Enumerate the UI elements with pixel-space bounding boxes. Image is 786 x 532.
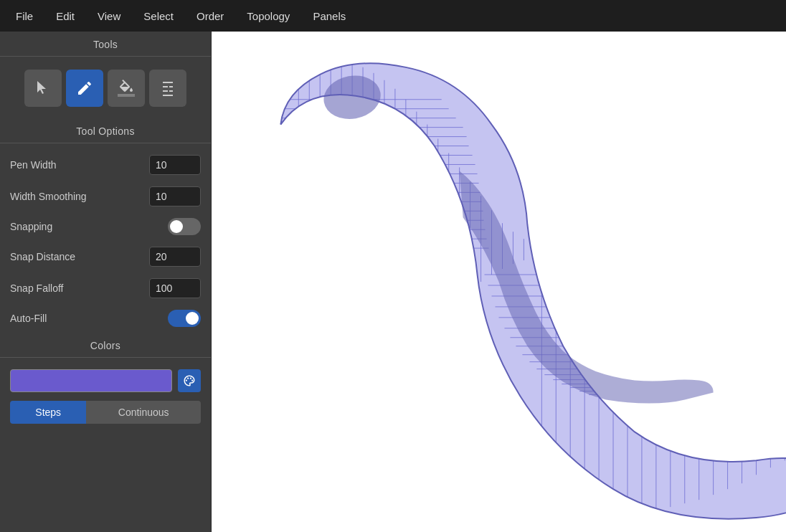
canvas-svg [212, 32, 786, 532]
steps-button[interactable]: Steps [10, 401, 86, 424]
auto-fill-toggle[interactable] [168, 310, 201, 327]
svg-point-1 [187, 378, 189, 379]
menu-order[interactable]: Order [186, 6, 234, 27]
menu-select[interactable]: Select [133, 6, 184, 27]
snapping-knob [170, 220, 183, 233]
continuous-button[interactable]: Continuous [86, 401, 201, 424]
snapping-toggle[interactable] [168, 218, 201, 235]
menubar: File Edit View Select Order Topology Pan… [0, 0, 786, 32]
width-smoothing-row: Width Smoothing [7, 181, 204, 212]
trim-tool-button[interactable] [149, 70, 186, 107]
snap-distance-row: Snap Distance [7, 241, 204, 272]
canvas-area[interactable] [212, 32, 786, 532]
colors-panel: Steps Continuous [0, 364, 211, 431]
snap-distance-label: Snap Distance [10, 251, 75, 262]
trim-tool-icon [159, 80, 176, 97]
tool-options-panel: Pen Width Width Smoothing Snapping Snap … [0, 149, 211, 333]
color-bar-row [7, 364, 204, 398]
snap-falloff-label: Snap Falloff [10, 282, 63, 294]
tool-options-title: Tool Options [0, 118, 211, 143]
tools-title: Tools [0, 32, 211, 56]
menu-file[interactable]: File [6, 6, 43, 27]
pen-tool-button[interactable] [66, 70, 103, 107]
menu-edit[interactable]: Edit [46, 6, 85, 27]
main-area: Tools [0, 32, 786, 532]
pen-width-row: Pen Width [7, 149, 204, 181]
sidebar: Tools [0, 32, 212, 532]
tools-divider [0, 56, 211, 57]
steps-row: Steps Continuous [10, 401, 201, 424]
pen-width-input[interactable] [149, 155, 201, 175]
snap-falloff-row: Snap Falloff [7, 272, 204, 304]
menu-panels[interactable]: Panels [303, 6, 356, 27]
colors-title: Colors [0, 333, 211, 357]
auto-fill-label: Auto-Fill [10, 313, 47, 324]
fill-tool-button[interactable] [108, 70, 145, 107]
auto-fill-row: Auto-Fill [7, 304, 204, 333]
fill-tool-icon [118, 80, 135, 97]
select-tool-icon [34, 80, 52, 97]
svg-point-2 [190, 378, 191, 379]
tool-options-divider [0, 143, 211, 143]
svg-point-0 [186, 380, 187, 381]
pen-tool-icon [76, 80, 93, 97]
snap-distance-input[interactable] [149, 247, 201, 267]
menu-view[interactable]: View [87, 6, 131, 27]
width-smoothing-input[interactable] [149, 186, 201, 206]
color-picker-icon [183, 374, 196, 387]
width-smoothing-label: Width Smoothing [10, 191, 87, 202]
svg-point-3 [191, 380, 193, 381]
snapping-label: Snapping [10, 221, 52, 232]
color-picker-button[interactable] [178, 369, 201, 392]
auto-fill-knob [186, 312, 199, 325]
colors-divider [0, 357, 211, 358]
snap-falloff-input[interactable] [149, 278, 201, 298]
color-bar[interactable] [10, 369, 172, 392]
select-tool-button[interactable] [24, 70, 62, 107]
pen-width-label: Pen Width [10, 159, 57, 171]
snapping-row: Snapping [7, 212, 204, 241]
menu-topology[interactable]: Topology [237, 6, 300, 27]
tools-row [0, 62, 211, 118]
